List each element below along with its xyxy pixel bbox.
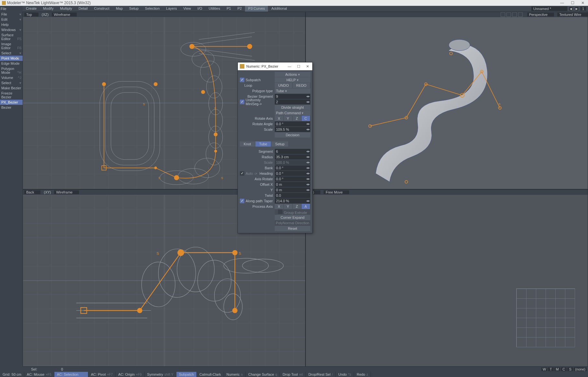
menu-tab-multiply[interactable]: Multiply <box>57 6 75 12</box>
scene-next-button[interactable]: ► <box>574 6 579 11</box>
tab-tube[interactable]: Tube <box>255 141 272 147</box>
redo-button[interactable]: REDO <box>293 83 310 88</box>
heading-input[interactable]: 0.0 °◂▸ <box>275 171 310 176</box>
actions-dropdown[interactable]: Actions <box>275 72 310 77</box>
taper-input[interactable]: 214.0 %◂▸ <box>275 198 310 204</box>
status-symmetry[interactable]: Symmetryshift Y <box>145 372 176 377</box>
axis-rotate-input[interactable]: 0.0 °◂▸ <box>275 176 310 182</box>
zoom-icon[interactable] <box>512 12 517 17</box>
menu-tab-layers[interactable]: Layers <box>163 6 180 12</box>
twist-input[interactable]: 0.0 <box>275 193 310 198</box>
side-file[interactable]: File <box>0 12 23 17</box>
menu-tab-detail[interactable]: Detail <box>75 6 91 12</box>
subpatch-checkbox[interactable]: ✓ <box>240 78 244 82</box>
corner-expand-button[interactable]: Corner Expand <box>275 215 310 220</box>
dialog-tabs[interactable]: Knot Tube Setup <box>240 141 310 147</box>
status-ac-origin[interactable]: AC: Origin+F9 <box>116 372 144 377</box>
status-subpatch[interactable]: Subpatch <box>176 372 197 377</box>
side-point-mode[interactable]: Point Mode^G <box>0 56 23 61</box>
minimize-button[interactable]: — <box>557 1 567 5</box>
status-change-surface[interactable]: Change Surfaceq <box>246 372 280 377</box>
rotate-axis-select[interactable]: XYZC <box>275 116 310 121</box>
process-axis-select[interactable]: XYZA <box>275 204 310 209</box>
status-undo[interactable]: Undo^z <box>336 372 354 377</box>
viewport-uv[interactable]: ne) Free Move <box>305 189 588 367</box>
side-select[interactable]: Select <box>0 50 23 56</box>
dialog-close-button[interactable]: ✕ <box>306 64 309 69</box>
side-px-bezier[interactable]: PX_Bezier <box>0 100 23 105</box>
status-redo[interactable]: Redoz <box>354 372 371 377</box>
selmode-none[interactable]: (none) <box>574 367 587 371</box>
rotate-angle-input[interactable]: 0.0 °◂▸ <box>275 121 310 127</box>
tab-setup[interactable]: Setup <box>271 141 289 147</box>
uniform-checkbox[interactable]: ✓ <box>240 100 244 104</box>
dialog-maximize-button[interactable]: ☐ <box>297 64 300 69</box>
side-image-editor[interactable]: Image EditorF6 <box>0 41 23 50</box>
auto-checkbox[interactable]: ✓ <box>240 171 244 176</box>
status-catmull-clark[interactable]: Catmull-Clark <box>197 372 224 377</box>
side-freeze-bezier[interactable]: Freeze Bezier <box>0 91 23 100</box>
view-shading[interactable]: Wireframe <box>54 190 79 194</box>
undo-button[interactable]: UNDO <box>275 83 293 88</box>
selmode-C[interactable]: C <box>561 367 567 371</box>
fit-icon[interactable] <box>518 12 523 17</box>
pan-icon[interactable] <box>501 12 505 17</box>
offsetx-input[interactable]: 0 m◂▸ <box>275 182 310 187</box>
selmode-M[interactable]: M <box>554 367 560 371</box>
menu-tab-setup[interactable]: Setup <box>126 6 142 12</box>
status-drop-tool[interactable]: Drop Toolret <box>280 372 306 377</box>
menu-tab-modify[interactable]: Modify <box>40 6 57 12</box>
scene-name[interactable]: Unnamed * <box>531 6 567 11</box>
layer-number[interactable]: 1 <box>580 7 586 11</box>
menu-tab-map[interactable]: Map <box>113 6 126 12</box>
radius-input[interactable]: 35.3 cm◂▸ <box>275 154 310 160</box>
side-make-bezier[interactable]: Make Bezier <box>0 85 23 91</box>
decision-button[interactable]: Decision <box>275 132 310 138</box>
menu-tab-view[interactable]: View <box>180 6 194 12</box>
status-ac-mouse[interactable]: AC: Mouse+F5 <box>24 372 54 377</box>
view-camera[interactable]: Perspective <box>527 13 554 17</box>
viewport-perspective[interactable]: Perspective Textured Wire <box>305 12 588 189</box>
bank-input[interactable]: 0.0 °◂▸ <box>275 165 310 171</box>
menu-tab-p1[interactable]: P1 <box>223 6 234 12</box>
status-ac-selection[interactable]: AC: Selection+F8 <box>54 372 88 377</box>
status-drop-rest-sel[interactable]: Drop/Rest Sel/ <box>306 372 336 377</box>
file-menu[interactable]: File <box>1 7 6 11</box>
tab-knot[interactable]: Knot <box>240 141 255 147</box>
selmode-S[interactable]: S <box>567 367 573 371</box>
side-select[interactable]: Select <box>0 80 23 85</box>
menu-tab-additional[interactable]: Additional <box>268 6 290 12</box>
selmode-T[interactable]: T <box>548 367 554 371</box>
offsety-input[interactable]: 0 m◂▸ <box>275 187 310 193</box>
side-polygon-mode[interactable]: Polygon Mode^H <box>0 66 23 75</box>
menu-tab-selection[interactable]: Selection <box>142 6 163 12</box>
along-path-checkbox[interactable]: ✓ <box>240 199 244 203</box>
selmode-W[interactable]: W <box>541 367 547 371</box>
dialog-titlebar[interactable]: Numeric: PX_Bezier — ☐ ✕ <box>238 62 312 70</box>
menu-tab-i/o[interactable]: I/O <box>194 6 205 12</box>
side-volume[interactable]: Volume^J <box>0 75 23 80</box>
maximize-button[interactable]: ☐ <box>567 1 578 5</box>
side-bezier[interactable]: Bezier <box>0 105 23 110</box>
view-shading[interactable]: Wireframe <box>52 13 77 17</box>
uniform-input[interactable]: 2◂▸ <box>275 99 310 105</box>
side-surface-editor[interactable]: Surface EditorF5 <box>0 32 23 41</box>
loop-button[interactable]: Loop <box>244 83 275 87</box>
side-windows[interactable]: Windows <box>0 27 23 32</box>
menu-tab-p3-curves[interactable]: P3 Curves <box>245 6 268 12</box>
view-shading[interactable]: Textured Wire <box>557 13 588 17</box>
segment-input[interactable]: 6◂▸ <box>275 149 310 154</box>
help-dropdown[interactable]: HELP <box>275 77 310 83</box>
side-edit[interactable]: Edit <box>0 17 23 22</box>
reset-button[interactable]: Reset <box>275 226 310 231</box>
menu-tab-create[interactable]: Create <box>23 6 40 12</box>
bezier-segment-input[interactable]: 9◂▸ <box>275 94 310 99</box>
menu-tab-utilities[interactable]: Utilities <box>205 6 223 12</box>
view-shading[interactable]: Free Move <box>324 190 349 194</box>
polygon-type-dropdown[interactable]: Tube <box>275 88 310 94</box>
divide-button[interactable]: Divide straight <box>275 105 310 110</box>
path-command-dropdown[interactable]: Path Command <box>275 110 310 116</box>
view-camera[interactable]: Top <box>24 13 39 17</box>
side-help[interactable]: Help <box>0 22 23 27</box>
view-camera[interactable]: Back <box>24 190 40 194</box>
